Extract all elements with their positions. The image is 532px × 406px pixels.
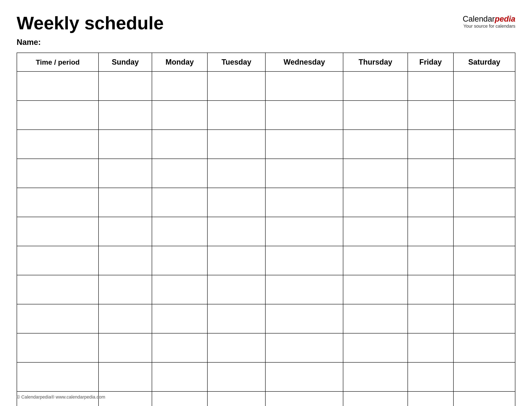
table-cell[interactable] bbox=[408, 392, 453, 406]
table-cell[interactable] bbox=[99, 130, 152, 159]
table-cell[interactable] bbox=[453, 246, 515, 275]
table-cell[interactable] bbox=[408, 246, 453, 275]
table-cell[interactable] bbox=[99, 101, 152, 130]
table-cell[interactable] bbox=[265, 130, 343, 159]
table-cell[interactable] bbox=[17, 246, 99, 275]
table-cell[interactable] bbox=[99, 246, 152, 275]
table-cell[interactable] bbox=[453, 304, 515, 333]
table-cell[interactable] bbox=[207, 362, 265, 392]
table-cell[interactable] bbox=[265, 159, 343, 188]
table-cell[interactable] bbox=[17, 217, 99, 246]
table-cell[interactable] bbox=[152, 362, 207, 392]
page-title: Weekly schedule bbox=[17, 13, 164, 34]
table-cell[interactable] bbox=[343, 188, 408, 217]
table-cell[interactable] bbox=[408, 275, 453, 304]
table-cell[interactable] bbox=[207, 217, 265, 246]
table-cell[interactable] bbox=[265, 217, 343, 246]
table-cell[interactable] bbox=[17, 72, 99, 101]
table-cell[interactable] bbox=[207, 159, 265, 188]
table-cell[interactable] bbox=[152, 188, 207, 217]
table-cell[interactable] bbox=[265, 362, 343, 392]
table-cell[interactable] bbox=[265, 72, 343, 101]
table-cell[interactable] bbox=[152, 304, 207, 333]
table-cell[interactable] bbox=[408, 304, 453, 333]
table-cell[interactable] bbox=[99, 275, 152, 304]
table-cell[interactable] bbox=[99, 159, 152, 188]
table-cell[interactable] bbox=[152, 333, 207, 362]
col-header-sunday: Sunday bbox=[99, 53, 152, 72]
table-cell[interactable] bbox=[453, 130, 515, 159]
table-cell[interactable] bbox=[99, 217, 152, 246]
table-cell[interactable] bbox=[265, 304, 343, 333]
table-cell[interactable] bbox=[17, 275, 99, 304]
table-cell[interactable] bbox=[343, 246, 408, 275]
table-cell[interactable] bbox=[152, 392, 207, 406]
table-cell[interactable] bbox=[453, 72, 515, 101]
table-cell[interactable] bbox=[17, 362, 99, 392]
table-cell[interactable] bbox=[152, 217, 207, 246]
table-cell[interactable] bbox=[343, 130, 408, 159]
table-cell[interactable] bbox=[207, 246, 265, 275]
table-cell[interactable] bbox=[17, 101, 99, 130]
table-cell[interactable] bbox=[408, 101, 453, 130]
table-cell[interactable] bbox=[17, 159, 99, 188]
table-cell[interactable] bbox=[408, 333, 453, 362]
table-cell[interactable] bbox=[152, 159, 207, 188]
table-cell[interactable] bbox=[17, 304, 99, 333]
table-cell[interactable] bbox=[343, 275, 408, 304]
table-cell[interactable] bbox=[265, 246, 343, 275]
table-cell[interactable] bbox=[99, 362, 152, 392]
col-header-saturday: Saturday bbox=[453, 53, 515, 72]
table-cell[interactable] bbox=[343, 333, 408, 362]
table-cell[interactable] bbox=[152, 246, 207, 275]
table-cell[interactable] bbox=[152, 130, 207, 159]
table-cell[interactable] bbox=[152, 72, 207, 101]
table-cell[interactable] bbox=[265, 275, 343, 304]
table-cell[interactable] bbox=[453, 188, 515, 217]
table-cell[interactable] bbox=[343, 392, 408, 406]
table-cell[interactable] bbox=[265, 101, 343, 130]
table-cell[interactable] bbox=[207, 304, 265, 333]
table-cell[interactable] bbox=[207, 101, 265, 130]
table-cell[interactable] bbox=[207, 72, 265, 101]
table-cell[interactable] bbox=[453, 392, 515, 406]
table-cell[interactable] bbox=[207, 392, 265, 406]
table-cell[interactable] bbox=[265, 392, 343, 406]
table-cell[interactable] bbox=[343, 362, 408, 392]
table-cell[interactable] bbox=[99, 333, 152, 362]
table-cell[interactable] bbox=[207, 188, 265, 217]
table-cell[interactable] bbox=[207, 333, 265, 362]
table-cell[interactable] bbox=[453, 101, 515, 130]
table-cell[interactable] bbox=[453, 159, 515, 188]
table-cell[interactable] bbox=[408, 217, 453, 246]
table-cell[interactable] bbox=[17, 333, 99, 362]
table-cell[interactable] bbox=[343, 101, 408, 130]
table-cell[interactable] bbox=[17, 188, 99, 217]
table-cell[interactable] bbox=[408, 188, 453, 217]
table-cell[interactable] bbox=[343, 217, 408, 246]
table-cell[interactable] bbox=[207, 275, 265, 304]
table-cell[interactable] bbox=[408, 72, 453, 101]
col-header-monday: Monday bbox=[152, 53, 207, 72]
table-cell[interactable] bbox=[99, 72, 152, 101]
table-cell[interactable] bbox=[17, 130, 99, 159]
table-cell[interactable] bbox=[343, 72, 408, 101]
table-cell[interactable] bbox=[152, 101, 207, 130]
table-cell[interactable] bbox=[453, 217, 515, 246]
table-cell[interactable] bbox=[207, 130, 265, 159]
table-cell[interactable] bbox=[99, 304, 152, 333]
table-row bbox=[17, 188, 515, 217]
table-cell[interactable] bbox=[343, 304, 408, 333]
table-cell[interactable] bbox=[408, 362, 453, 392]
table-cell[interactable] bbox=[408, 159, 453, 188]
table-cell[interactable] bbox=[265, 333, 343, 362]
table-cell[interactable] bbox=[408, 130, 453, 159]
table-cell[interactable] bbox=[265, 188, 343, 217]
table-cell[interactable] bbox=[99, 392, 152, 406]
table-cell[interactable] bbox=[152, 275, 207, 304]
table-cell[interactable] bbox=[453, 333, 515, 362]
table-cell[interactable] bbox=[453, 275, 515, 304]
table-cell[interactable] bbox=[453, 362, 515, 392]
table-cell[interactable] bbox=[343, 159, 408, 188]
table-cell[interactable] bbox=[99, 188, 152, 217]
